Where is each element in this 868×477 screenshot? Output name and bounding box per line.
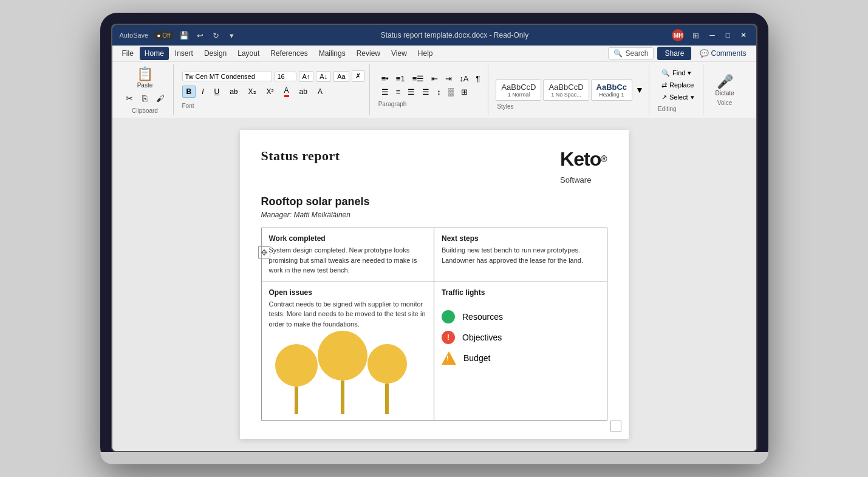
clipboard-group: 📋 Paste ✂ ⎘ 🖌 Clipboard bbox=[117, 64, 174, 115]
decrease-indent-button[interactable]: ⇤ bbox=[428, 73, 441, 84]
font-color-button[interactable]: A bbox=[280, 84, 293, 99]
tl-warning-symbol: ! bbox=[446, 355, 448, 362]
dictate-button[interactable]: 🎤 Dictate bbox=[712, 73, 738, 98]
strikethrough-button[interactable]: ab bbox=[225, 86, 242, 98]
menu-references[interactable]: References bbox=[265, 47, 312, 60]
find-button[interactable]: 🔍 Find ▾ bbox=[658, 68, 698, 78]
editing-group: 🔍 Find ▾ ⇄ Replace ↗ Select ▾ Editing bbox=[653, 64, 703, 115]
tl-resources-label: Resources bbox=[462, 312, 503, 322]
tl-red-circle: ! bbox=[442, 331, 455, 344]
tree-left bbox=[275, 344, 318, 414]
select-label: Select bbox=[669, 93, 688, 101]
comments-label: Comments bbox=[711, 49, 746, 58]
customize-icon[interactable]: ▾ bbox=[226, 30, 237, 41]
align-left-button[interactable]: ☰ bbox=[378, 86, 392, 98]
justify-button[interactable]: ☰ bbox=[419, 86, 432, 98]
paste-label: Paste bbox=[137, 82, 153, 89]
save-icon[interactable]: 💾 bbox=[179, 30, 190, 41]
document-page: Status report Keto® Software Rooftop sol… bbox=[240, 130, 629, 439]
content-table: Work completed System design completed. … bbox=[261, 228, 607, 421]
maximize-button[interactable]: □ bbox=[723, 30, 733, 40]
paragraph-label: Paragraph bbox=[378, 101, 484, 107]
select-button[interactable]: ↗ Select ▾ bbox=[658, 92, 698, 103]
cut-button[interactable]: ✂ bbox=[122, 92, 137, 105]
find-icon: 🔍 bbox=[661, 69, 670, 77]
brand-registered: ® bbox=[601, 154, 607, 164]
view-modes-icon[interactable]: ⊞ bbox=[690, 30, 701, 41]
style-heading1[interactable]: AaBbCc Heading 1 bbox=[591, 80, 633, 101]
increase-indent-button[interactable]: ⇥ bbox=[442, 73, 455, 84]
menu-layout[interactable]: Layout bbox=[233, 47, 264, 60]
font-label: Font bbox=[182, 103, 364, 109]
tl-warning-triangle: ! bbox=[442, 351, 456, 365]
title-bar: AutoSave ● Off 💾 ↩ ↻ ▾ Status report tem… bbox=[112, 25, 756, 46]
tl-resources: Resources bbox=[442, 310, 600, 323]
close-button[interactable]: ✕ bbox=[739, 30, 748, 40]
clipboard-label: Clipboard bbox=[132, 107, 158, 114]
search-box[interactable]: 🔍 Search bbox=[608, 47, 654, 59]
share-button[interactable]: Share bbox=[657, 47, 691, 60]
comments-icon: 💬 bbox=[700, 49, 709, 58]
font-shrink-button[interactable]: A↓ bbox=[316, 71, 331, 82]
table-move-handle[interactable]: ✥ bbox=[258, 246, 270, 259]
minimize-button[interactable]: ─ bbox=[707, 30, 717, 40]
work-completed-heading: Work completed bbox=[269, 234, 427, 243]
undo-icon[interactable]: ↩ bbox=[194, 30, 205, 41]
styles-expand-button[interactable]: ▼ bbox=[634, 84, 645, 96]
superscript-button[interactable]: X² bbox=[262, 86, 278, 98]
align-center-button[interactable]: ≡ bbox=[393, 86, 404, 98]
redo-icon[interactable]: ↻ bbox=[210, 30, 221, 41]
screen: AutoSave ● Off 💾 ↩ ↻ ▾ Status report tem… bbox=[111, 24, 757, 452]
change-case-button[interactable]: Aa bbox=[333, 71, 349, 82]
menu-file[interactable]: File bbox=[117, 47, 138, 60]
clear-format-button[interactable]: ✗ bbox=[352, 70, 364, 82]
line-spacing-button[interactable]: ↕ bbox=[434, 86, 444, 98]
search-icon: 🔍 bbox=[613, 49, 623, 58]
highlight-button[interactable]: ab bbox=[295, 86, 312, 98]
comments-button[interactable]: 💬 Comments bbox=[695, 47, 751, 60]
align-right-button[interactable]: ☰ bbox=[405, 86, 418, 98]
copy-button[interactable]: ⎘ bbox=[138, 92, 151, 105]
tree-left-stem bbox=[295, 387, 298, 414]
paste-button[interactable]: 📋 Paste bbox=[133, 66, 157, 90]
autosave-toggle[interactable]: ● Off bbox=[153, 31, 174, 40]
menu-review[interactable]: Review bbox=[352, 47, 385, 60]
menu-home[interactable]: Home bbox=[140, 47, 169, 60]
open-issues-cell: Open issues Contract needs to be signed … bbox=[261, 282, 434, 421]
next-steps-cell: Next steps Building new test bench to ru… bbox=[434, 228, 607, 282]
menu-view[interactable]: View bbox=[386, 47, 412, 60]
multilevel-button[interactable]: ≡☰ bbox=[409, 73, 428, 84]
brand-subtitle: Software bbox=[560, 175, 607, 184]
dictate-label: Dictate bbox=[716, 90, 734, 96]
menu-help[interactable]: Help bbox=[413, 47, 438, 60]
dictate-icon: 🎤 bbox=[717, 75, 733, 89]
italic-button[interactable]: I bbox=[197, 86, 208, 98]
tl-objectives-label: Objectives bbox=[462, 333, 502, 342]
menu-bar-actions: 🔍 Search Share 💬 Comments bbox=[608, 47, 751, 60]
menu-design[interactable]: Design bbox=[199, 47, 231, 60]
sort-button[interactable]: ↕A bbox=[456, 73, 471, 84]
tl-green-circle bbox=[442, 310, 455, 323]
style-nospace[interactable]: AaBbCcD 1 No Spac... bbox=[543, 80, 589, 101]
font-size-input[interactable] bbox=[275, 72, 296, 81]
replace-button[interactable]: ⇄ Replace bbox=[658, 80, 698, 90]
bold-button[interactable]: B bbox=[182, 86, 196, 98]
underline-button[interactable]: U bbox=[210, 86, 224, 98]
styles-label: Styles bbox=[497, 103, 513, 110]
menu-mailings[interactable]: Mailings bbox=[314, 47, 350, 60]
show-formatting-button[interactable]: ¶ bbox=[473, 73, 483, 84]
font-name-input[interactable] bbox=[182, 72, 272, 81]
subscript-button[interactable]: X₂ bbox=[244, 86, 261, 98]
doc-title: Status report template.docx.docx - Read-… bbox=[381, 31, 528, 39]
tree-right-circle bbox=[367, 344, 407, 384]
style-normal[interactable]: AaBbCcD 1 Normal bbox=[496, 80, 541, 101]
bullets-button[interactable]: ≡• bbox=[378, 73, 392, 84]
text-color-button[interactable]: A bbox=[313, 86, 327, 98]
font-grow-button[interactable]: A↑ bbox=[299, 71, 314, 82]
borders-button[interactable]: ⊞ bbox=[458, 86, 471, 98]
numbering-button[interactable]: ≡1 bbox=[393, 73, 408, 84]
format-painter-button[interactable]: 🖌 bbox=[152, 92, 168, 105]
shading-button[interactable]: ▒ bbox=[445, 86, 457, 98]
menu-insert[interactable]: Insert bbox=[170, 47, 198, 60]
styles-group: AaBbCcD 1 Normal AaBbCcD 1 No Spac... Aa… bbox=[492, 64, 649, 115]
